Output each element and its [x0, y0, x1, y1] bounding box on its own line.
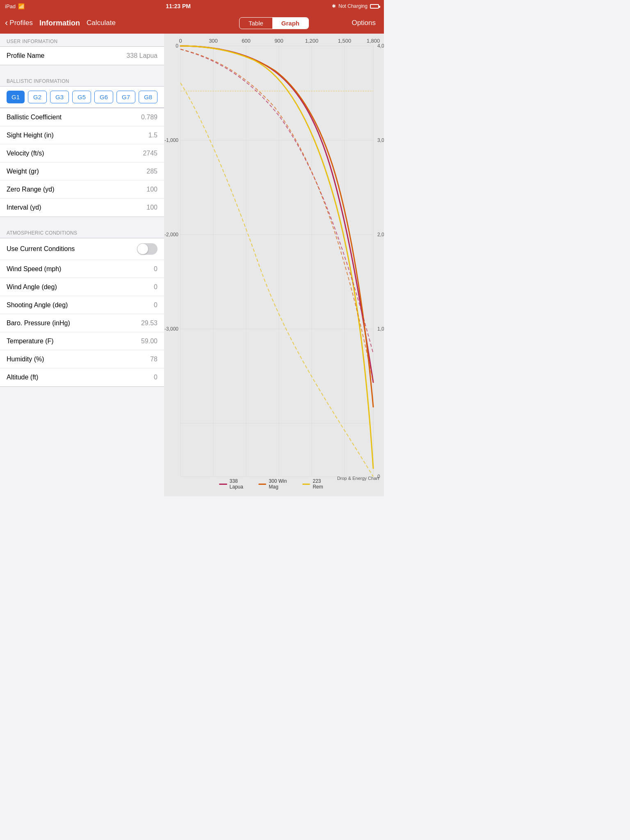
ballistic-coefficient-label: Ballistic Coefficient	[7, 114, 62, 121]
nav-title: Information	[39, 19, 80, 27]
humidity-value: 78	[150, 356, 158, 363]
legend-item-300: 300 Win Mag	[258, 478, 292, 490]
wifi-icon: 📶	[18, 3, 25, 9]
ballistic-fields-group: Ballistic Coefficient 0.789 Sight Height…	[0, 108, 164, 217]
altitude-value: 0	[154, 374, 158, 381]
status-right: ✱ Not Charging	[332, 3, 379, 9]
sight-height-value: 1.5	[148, 132, 158, 139]
weight-value: 285	[146, 168, 158, 175]
temperature-value: 59.00	[141, 338, 158, 345]
battery-status: Not Charging	[338, 3, 368, 9]
toggle-knob	[137, 244, 148, 254]
baro-pressure-row[interactable]: Baro. Pressure (inHg) 29.53	[0, 314, 164, 332]
main-layout: USER INFORMATION Profile Name 338 Lapua …	[0, 34, 384, 496]
nav-bar: ‹ Profiles Information Calculate Table G…	[0, 12, 384, 34]
wind-angle-label: Wind Angle (deg)	[7, 283, 57, 291]
atmospheric-header: ATMOSPHERIC CONDITIONS	[0, 225, 164, 238]
status-time: 11:23 PM	[166, 3, 191, 9]
temperature-label: Temperature (F)	[7, 338, 54, 345]
zero-range-label: Zero Range (yd)	[7, 186, 55, 193]
status-left: iPad 📶	[5, 3, 25, 9]
interval-value: 100	[146, 204, 158, 211]
svg-text:1,500: 1,500	[338, 38, 352, 44]
humidity-row[interactable]: Humidity (%) 78	[0, 350, 164, 368]
profile-name-label: Profile Name	[7, 52, 44, 59]
altitude-label: Altitude (ft)	[7, 374, 38, 381]
velocity-value: 2745	[143, 150, 158, 157]
svg-rect-0	[164, 34, 384, 496]
nav-right: Table Graph	[169, 17, 379, 29]
wind-speed-label: Wind Speed (mph)	[7, 265, 61, 273]
profile-name-value: 338 Lapua	[126, 52, 158, 59]
g7-button[interactable]: G7	[116, 91, 135, 103]
graph-svg: 0 300 600 900 1,200 1,500 1,800 0 -1,000…	[164, 34, 384, 496]
sight-height-label: Sight Height (in)	[7, 132, 54, 139]
ballistic-coefficient-value: 0.789	[141, 114, 158, 121]
zero-range-row[interactable]: Zero Range (yd) 100	[0, 180, 164, 199]
device-label: iPad	[5, 3, 16, 9]
legend-line-300	[258, 484, 267, 485]
chart-label: Drop & Energy Chart	[337, 476, 379, 481]
shooting-angle-row[interactable]: Shooting Angle (deg) 0	[0, 296, 164, 314]
svg-text:4,000: 4,000	[377, 43, 384, 49]
graph-area: 0 300 600 900 1,200 1,500 1,800 0 -1,000…	[164, 34, 384, 496]
profile-name-group: Profile Name 338 Lapua	[0, 46, 164, 65]
bluetooth-icon: ✱	[332, 3, 336, 9]
temperature-row[interactable]: Temperature (F) 59.00	[0, 332, 164, 350]
altitude-row[interactable]: Altitude (ft) 0	[0, 368, 164, 386]
battery-icon	[370, 4, 379, 9]
wind-angle-value: 0	[154, 283, 158, 291]
g-buttons-group: G1 G2 G3 G5 G6 G7 G8	[0, 86, 164, 108]
use-current-conditions-toggle[interactable]	[137, 243, 158, 255]
ballistic-info-header: BALLISTIC INFORMATION	[0, 73, 164, 86]
svg-text:-3,000: -3,000	[164, 326, 178, 332]
velocity-row[interactable]: Velocity (ft/s) 2745	[0, 144, 164, 162]
profile-name-row[interactable]: Profile Name 338 Lapua	[0, 47, 164, 65]
calculate-button[interactable]: Calculate	[87, 19, 116, 27]
baro-pressure-value: 29.53	[141, 320, 158, 327]
svg-text:600: 600	[242, 38, 251, 44]
wind-angle-row[interactable]: Wind Angle (deg) 0	[0, 278, 164, 296]
back-button[interactable]: ‹ Profiles	[5, 18, 33, 27]
graph-tab[interactable]: Graph	[272, 18, 308, 29]
g6-button[interactable]: G6	[94, 91, 113, 103]
legend-item-223: 223 Rem	[302, 478, 329, 490]
g3-button[interactable]: G3	[50, 91, 69, 103]
legend-label-300: 300 Win Mag	[269, 478, 292, 490]
interval-row[interactable]: Interval (yd) 100	[0, 199, 164, 217]
g5-button[interactable]: G5	[72, 91, 91, 103]
graph-legend: 338 Lapua 300 Win Mag 223 Rem	[219, 478, 329, 490]
svg-text:900: 900	[274, 38, 283, 44]
g2-button[interactable]: G2	[28, 91, 47, 103]
table-tab[interactable]: Table	[240, 18, 272, 29]
shooting-angle-value: 0	[154, 301, 158, 309]
svg-text:1,200: 1,200	[305, 38, 319, 44]
svg-text:1,000: 1,000	[377, 326, 384, 332]
svg-text:0: 0	[176, 43, 178, 49]
sight-height-row[interactable]: Sight Height (in) 1.5	[0, 126, 164, 144]
back-arrow-icon: ‹	[5, 18, 8, 27]
atmospheric-fields-group: Use Current Conditions Wind Speed (mph) …	[0, 238, 164, 387]
options-button[interactable]: Options	[352, 19, 376, 27]
svg-text:0: 0	[179, 38, 182, 44]
use-current-conditions-row[interactable]: Use Current Conditions	[0, 238, 164, 260]
wind-speed-value: 0	[154, 265, 158, 273]
back-label: Profiles	[9, 19, 33, 27]
wind-speed-row[interactable]: Wind Speed (mph) 0	[0, 260, 164, 278]
ballistic-coefficient-row[interactable]: Ballistic Coefficient 0.789	[0, 108, 164, 126]
zero-range-value: 100	[146, 186, 158, 193]
baro-pressure-label: Baro. Pressure (inHg)	[7, 320, 70, 327]
right-panel: 0 300 600 900 1,200 1,500 1,800 0 -1,000…	[164, 34, 384, 496]
humidity-label: Humidity (%)	[7, 356, 44, 363]
left-panel: USER INFORMATION Profile Name 338 Lapua …	[0, 34, 164, 496]
svg-text:-2,000: -2,000	[164, 232, 178, 237]
use-current-conditions-label: Use Current Conditions	[7, 245, 75, 253]
weight-row[interactable]: Weight (gr) 285	[0, 162, 164, 180]
seg-control: Table Graph	[239, 17, 309, 29]
g1-button[interactable]: G1	[7, 91, 25, 103]
weight-label: Weight (gr)	[7, 168, 39, 175]
svg-text:2,000: 2,000	[377, 232, 384, 237]
legend-label-338: 338 Lapua	[230, 478, 249, 490]
g8-button[interactable]: G8	[139, 91, 158, 103]
velocity-label: Velocity (ft/s)	[7, 150, 44, 157]
